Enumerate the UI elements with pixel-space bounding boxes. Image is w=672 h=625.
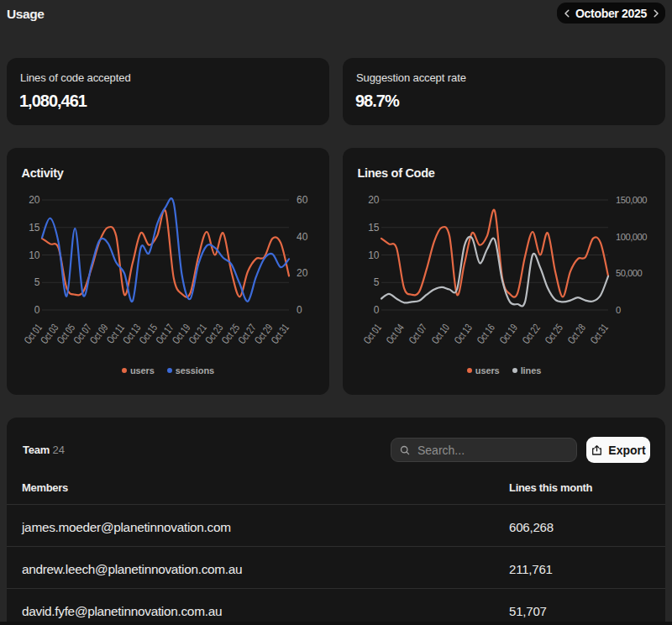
svg-text:Oct 04: Oct 04 (384, 322, 407, 346)
svg-text:Lines of Code: Lines of Code (358, 166, 435, 180)
svg-text:Oct 22: Oct 22 (520, 322, 543, 346)
svg-text:Oct 28: Oct 28 (565, 322, 588, 346)
svg-text:Oct 13: Oct 13 (120, 322, 143, 346)
svg-text:Oct 10: Oct 10 (429, 322, 452, 346)
svg-text:Oct 15: Oct 15 (137, 322, 160, 346)
svg-text:50,000: 50,000 (616, 268, 642, 278)
svg-text:Oct 01: Oct 01 (22, 322, 45, 346)
svg-text:Oct 19: Oct 19 (170, 322, 192, 346)
svg-text:60: 60 (297, 194, 308, 206)
svg-text:Oct 27: Oct 27 (235, 322, 258, 346)
svg-text:10: 10 (29, 249, 40, 261)
svg-text:Oct 07: Oct 07 (71, 322, 93, 346)
svg-text:Oct 09: Oct 09 (87, 322, 110, 346)
svg-text:Oct 16: Oct 16 (475, 322, 497, 346)
svg-text:0: 0 (34, 304, 40, 316)
svg-text:Oct 17: Oct 17 (153, 322, 176, 346)
svg-text:0: 0 (616, 305, 621, 315)
svg-text:15: 15 (368, 222, 380, 234)
svg-text:20: 20 (297, 267, 308, 279)
svg-text:Oct 07: Oct 07 (407, 322, 429, 346)
svg-text:Oct 31: Oct 31 (588, 322, 611, 346)
svg-text:Oct 29: Oct 29 (252, 322, 275, 346)
svg-text:Oct 03: Oct 03 (38, 322, 60, 346)
svg-text:Oct 25: Oct 25 (543, 322, 565, 346)
svg-text:Oct 11: Oct 11 (104, 322, 126, 345)
svg-text:Oct 31: Oct 31 (269, 322, 291, 346)
svg-text:20: 20 (368, 194, 380, 206)
svg-text:40: 40 (297, 231, 308, 243)
svg-text:5: 5 (374, 276, 380, 288)
svg-text:Oct 21: Oct 21 (186, 322, 209, 346)
svg-text:Oct 23: Oct 23 (202, 322, 225, 346)
svg-text:Oct 13: Oct 13 (452, 322, 475, 346)
svg-text:Oct 25: Oct 25 (219, 322, 242, 346)
svg-text:0: 0 (297, 304, 302, 316)
svg-text:10: 10 (368, 249, 380, 261)
svg-text:5: 5 (34, 276, 40, 288)
svg-text:150,000: 150,000 (616, 195, 647, 205)
svg-text:100,000: 100,000 (616, 232, 647, 242)
svg-text:Oct 01: Oct 01 (361, 322, 384, 346)
svg-text:Oct 05: Oct 05 (55, 322, 77, 346)
svg-text:20: 20 (29, 194, 40, 206)
svg-text:15: 15 (29, 222, 40, 234)
svg-text:0: 0 (374, 304, 380, 316)
svg-text:Activity: Activity (22, 166, 64, 180)
svg-text:Oct 19: Oct 19 (497, 322, 520, 346)
